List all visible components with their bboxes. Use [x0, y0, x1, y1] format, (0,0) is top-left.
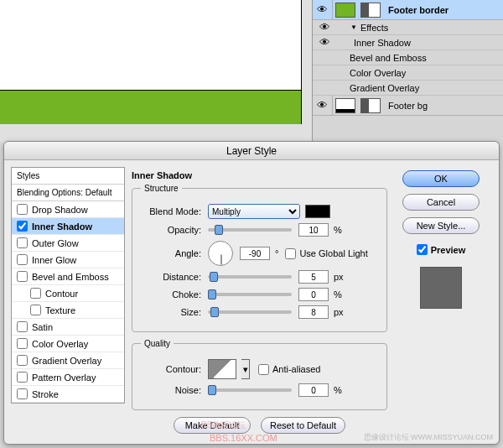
noise-unit: %	[334, 385, 342, 395]
cancel-button[interactable]: Cancel	[402, 194, 480, 211]
style-checkbox-drop-shadow[interactable]	[17, 204, 28, 215]
ok-button[interactable]: OK	[402, 170, 480, 187]
contour-swatch[interactable]	[208, 359, 236, 379]
style-item-gradient-overlay[interactable]: Gradient Overlay	[12, 352, 124, 369]
choke-input[interactable]	[298, 288, 329, 301]
style-checkbox-satin[interactable]	[17, 321, 28, 332]
reset-default-button[interactable]: Reset to Default	[261, 417, 345, 434]
effect-color-overlay[interactable]: Color Overlay	[313, 65, 503, 81]
layer-row-footer-border[interactable]: 👁 Footer border	[313, 0, 503, 20]
size-input[interactable]	[298, 305, 329, 319]
effects-header-row[interactable]: 👁 ▼ Effects	[313, 20, 503, 35]
shadow-color-swatch[interactable]	[305, 205, 330, 218]
layer-thumb-icon[interactable]	[335, 3, 355, 18]
preview-checkbox[interactable]	[417, 244, 428, 255]
visibility-eye-icon[interactable]: 👁	[319, 21, 330, 34]
style-item-outer-glow[interactable]: Outer Glow	[12, 235, 124, 252]
style-item-inner-glow[interactable]: Inner Glow	[12, 252, 124, 268]
noise-label: Noise:	[141, 385, 201, 395]
style-checkbox-outer-glow[interactable]	[17, 237, 28, 248]
choke-label: Choke:	[141, 289, 201, 300]
style-checkbox-pattern-overlay[interactable]	[17, 372, 28, 383]
distance-label: Distance:	[141, 272, 201, 282]
style-item-pattern-overlay[interactable]: Pattern Overlay	[12, 369, 124, 386]
visibility-eye-icon[interactable]: 👁	[319, 36, 330, 49]
quality-legend: Quality	[141, 339, 174, 348]
distance-input[interactable]	[298, 270, 329, 284]
style-label: Gradient Overlay	[32, 356, 101, 366]
style-item-inner-shadow[interactable]: Inner Shadow	[12, 218, 124, 235]
anti-aliased-label: Anti-aliased	[272, 364, 320, 374]
opacity-input[interactable]	[298, 223, 329, 237]
style-label: Color Overlay	[32, 339, 88, 349]
style-checkbox-color-overlay[interactable]	[17, 338, 28, 349]
layer-row-footer-bg[interactable]: 👁 Footer bg	[313, 96, 503, 116]
size-unit: px	[334, 307, 344, 317]
dialog-title: Layer Style	[4, 142, 499, 160]
effect-bevel-emboss[interactable]: Bevel and Emboss	[313, 50, 503, 65]
style-checkbox-contour[interactable]	[30, 288, 41, 299]
distance-slider[interactable]	[208, 275, 292, 279]
new-style-button[interactable]: New Style...	[402, 217, 480, 234]
style-checkbox-inner-glow[interactable]	[17, 254, 28, 265]
blend-mode-select[interactable]: Multiply	[208, 204, 300, 219]
style-checkbox-texture[interactable]	[30, 305, 41, 315]
style-item-stroke[interactable]: Stroke	[12, 386, 124, 403]
distance-unit: px	[334, 272, 344, 282]
use-global-light-label: Use Global Light	[299, 248, 367, 258]
visibility-eye-icon[interactable]: 👁	[317, 3, 328, 16]
canvas-green-footer	[0, 91, 302, 124]
use-global-light-checkbox[interactable]	[285, 248, 296, 259]
style-label: Contour	[45, 289, 78, 299]
canvas-white-area	[0, 0, 302, 91]
effect-gradient-overlay[interactable]: Gradient Overlay	[313, 81, 503, 96]
settings-column: Inner Shadow Structure Blend Mode: Multi…	[132, 167, 387, 437]
blending-options-header[interactable]: Blending Options: Default	[12, 185, 124, 201]
style-item-texture[interactable]: Texture	[12, 302, 124, 319]
contour-label: Contour:	[141, 364, 201, 374]
opacity-slider[interactable]	[208, 228, 292, 232]
style-checkbox-gradient-overlay[interactable]	[17, 355, 28, 366]
style-item-satin[interactable]: Satin	[12, 319, 124, 336]
angle-label: Angle:	[141, 248, 201, 258]
effects-label: Effects	[360, 23, 388, 33]
style-checkbox-bevel-emboss[interactable]	[17, 271, 28, 282]
size-label: Size:	[141, 307, 201, 317]
layers-panel: 👁 Footer border 👁 ▼ Effects 👁Inner Shado…	[312, 0, 503, 143]
opacity-unit: %	[334, 225, 342, 235]
layer-name-label: Footer border	[388, 5, 449, 15]
style-label: Pattern Overlay	[32, 372, 96, 383]
angle-dial[interactable]	[208, 241, 233, 266]
noise-slider[interactable]	[208, 388, 292, 392]
disclosure-triangle-icon[interactable]: ▼	[350, 23, 357, 31]
angle-degree: °	[275, 248, 278, 258]
section-title: Inner Shadow	[132, 170, 387, 180]
noise-input[interactable]	[298, 383, 329, 397]
layer-thumb-icon[interactable]	[335, 98, 355, 113]
blend-mode-label: Blend Mode:	[141, 206, 201, 216]
choke-slider[interactable]	[208, 293, 292, 296]
style-item-contour[interactable]: Contour	[12, 285, 124, 302]
structure-fieldset: Structure Blend Mode: Multiply Opacity: …	[132, 184, 387, 332]
style-checkbox-stroke[interactable]	[17, 388, 28, 399]
styles-list: Styles Blending Options: Default Drop Sh…	[11, 167, 125, 404]
style-item-bevel-emboss[interactable]: Bevel and Emboss	[12, 268, 124, 285]
contour-dropdown-icon[interactable]: ▾	[241, 359, 250, 379]
style-label: Outer Glow	[32, 238, 79, 248]
angle-input[interactable]	[240, 247, 270, 260]
style-label: Drop Shadow	[32, 205, 88, 215]
style-label: Bevel and Emboss	[32, 272, 109, 282]
effect-inner-shadow[interactable]: 👁Inner Shadow	[313, 35, 503, 50]
visibility-eye-icon[interactable]: 👁	[317, 99, 328, 112]
anti-aliased-checkbox[interactable]	[258, 364, 269, 375]
style-item-drop-shadow[interactable]: Drop Shadow	[12, 201, 124, 218]
size-slider[interactable]	[208, 310, 292, 314]
style-checkbox-inner-shadow[interactable]	[17, 221, 28, 232]
layer-mask-icon[interactable]	[360, 98, 381, 113]
layer-mask-icon[interactable]	[360, 3, 381, 18]
styles-header[interactable]: Styles	[12, 168, 124, 185]
style-item-color-overlay[interactable]: Color Overlay	[12, 336, 124, 352]
make-default-button[interactable]: Make Default	[174, 417, 251, 434]
preview-swatch	[420, 267, 462, 309]
layer-name-label: Footer bg	[388, 101, 428, 111]
